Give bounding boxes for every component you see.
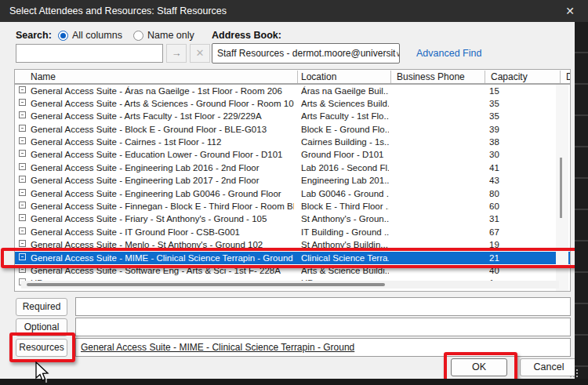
room-resource-icon bbox=[19, 266, 26, 273]
optional-field[interactable] bbox=[75, 318, 571, 336]
address-book-dropdown[interactable]: Staff Resources - dermot.moore@universit… bbox=[212, 43, 400, 64]
room-resource-icon bbox=[19, 202, 26, 209]
background-app-strip-bottom bbox=[0, 379, 588, 385]
table-row[interactable]: General Access Suite - IT Ground Floor -… bbox=[15, 226, 570, 238]
background-app-strip-right bbox=[575, 22, 588, 385]
table-row[interactable]: General Access Suite - Friary - St Antho… bbox=[15, 213, 570, 226]
table-row[interactable]: General Access Suite - Block E - Ground … bbox=[15, 123, 570, 136]
table-row[interactable]: General Access Suite - Education Lower -… bbox=[15, 149, 570, 162]
room-resource-icon bbox=[19, 227, 26, 234]
resources-field[interactable]: General Access Suite - MIME - Clinical S… bbox=[75, 338, 571, 357]
search-clear-button[interactable]: ✕ bbox=[190, 44, 210, 63]
room-resource-icon bbox=[19, 137, 26, 144]
col-header-location[interactable]: Location bbox=[301, 71, 336, 82]
column-separator bbox=[297, 71, 298, 83]
room-resource-icon bbox=[19, 253, 26, 260]
col-header-business-phone[interactable]: Business Phone bbox=[397, 71, 465, 82]
column-separator bbox=[390, 71, 391, 83]
attendee-rows: General Access Suite - Áras na Gaeilge -… bbox=[15, 85, 570, 290]
col-header-capacity[interactable]: Capacity bbox=[491, 71, 528, 82]
resources-field-value[interactable]: General Access Suite - MIME - Clinical S… bbox=[81, 342, 354, 353]
required-button[interactable]: Required bbox=[16, 298, 67, 316]
room-resource-icon bbox=[19, 111, 26, 118]
room-resource-icon bbox=[19, 214, 26, 221]
room-resource-icon bbox=[19, 240, 26, 247]
table-row[interactable]: General Access Suite - Software Eng - Ar… bbox=[15, 264, 570, 277]
mouse-cursor bbox=[34, 361, 50, 383]
search-input[interactable] bbox=[16, 44, 163, 63]
room-resource-icon bbox=[19, 150, 26, 157]
room-resource-icon bbox=[19, 189, 26, 196]
search-label: Search: bbox=[16, 30, 52, 41]
optional-button[interactable]: Optional bbox=[16, 318, 67, 336]
column-separator bbox=[560, 71, 561, 83]
table-row[interactable]: General Access Suite - MIME - Clinical S… bbox=[15, 252, 570, 264]
dialog-title: Select Attendees and Resources: Staff Re… bbox=[9, 5, 227, 16]
table-header: Name Location Business Phone Capacity D bbox=[14, 69, 571, 84]
table-row[interactable]: General Access Suite - Áras na Gaeilge -… bbox=[15, 85, 570, 97]
radio-all-columns-label[interactable]: All columns bbox=[72, 30, 122, 41]
dialog-titlebar: Select Attendees and Resources: Staff Re… bbox=[0, 0, 588, 22]
attendee-list: General Access Suite - Áras na Gaeilge -… bbox=[14, 84, 571, 292]
chevron-down-icon: ∨ bbox=[395, 49, 400, 58]
column-separator bbox=[485, 71, 485, 83]
clear-x-icon: ✕ bbox=[196, 47, 205, 59]
table-row[interactable]: General Access Suite - Engineering Lab 2… bbox=[15, 162, 570, 174]
address-book-value: Staff Resources - dermot.moore@universit bbox=[217, 48, 395, 59]
cancel-button[interactable]: Cancel bbox=[520, 358, 578, 376]
vertical-scrollbar-thumb[interactable] bbox=[560, 158, 562, 218]
room-resource-icon bbox=[19, 176, 26, 183]
ok-button[interactable]: OK bbox=[451, 358, 507, 376]
radio-name-only[interactable] bbox=[133, 31, 143, 41]
vertical-scrollbar[interactable] bbox=[556, 85, 568, 291]
horizontal-scrollbar-thumb[interactable] bbox=[27, 283, 385, 286]
advanced-find-link[interactable]: Advanced Find bbox=[416, 48, 481, 59]
room-resource-icon bbox=[19, 99, 26, 106]
table-row[interactable]: General Access Suite - Engineering Lab G… bbox=[15, 187, 570, 200]
table-row[interactable]: General Access Suite - Arts Faculty - 1s… bbox=[15, 111, 570, 123]
select-attendees-dialog: Select Attendees and Resources: Staff Re… bbox=[0, 0, 588, 385]
table-row[interactable]: General Access Suite - Cairnes - 1st Flo… bbox=[15, 136, 570, 149]
required-field[interactable] bbox=[75, 297, 571, 316]
resize-grip[interactable] bbox=[570, 369, 579, 379]
room-resource-icon bbox=[19, 125, 26, 132]
resources-button[interactable]: Resources bbox=[16, 339, 67, 357]
col-header-d[interactable]: D bbox=[566, 71, 571, 82]
radio-all-columns[interactable] bbox=[58, 31, 68, 41]
col-header-name[interactable]: Name bbox=[31, 71, 56, 82]
radio-name-only-label[interactable]: Name only bbox=[147, 30, 194, 41]
arrow-right-icon: → bbox=[172, 47, 182, 59]
address-book-label: Address Book: bbox=[212, 30, 281, 41]
close-icon[interactable]: ✕ bbox=[562, 3, 578, 19]
room-resource-icon bbox=[19, 86, 26, 93]
table-row[interactable]: General Access Suite - Engineering Lab 2… bbox=[15, 175, 570, 187]
room-resource-icon bbox=[19, 163, 26, 170]
table-row[interactable]: General Access Suite - Menlo - St Anthon… bbox=[15, 239, 570, 252]
search-go-button[interactable]: → bbox=[166, 44, 187, 63]
table-row[interactable]: General Access Suite - Arts & Sciences -… bbox=[15, 97, 570, 110]
table-row[interactable]: General Access Suite - Finnegan - Block … bbox=[15, 201, 570, 213]
